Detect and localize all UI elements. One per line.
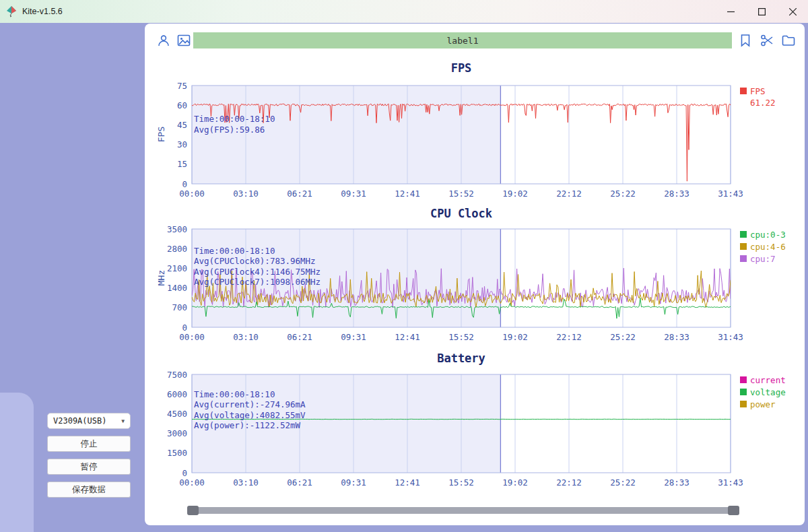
time-range-slider[interactable] bbox=[187, 506, 739, 515]
chevron-down-icon: ▼ bbox=[121, 418, 125, 424]
cpu-chart-plot[interactable]: 3500280021001400700000:0003:1006:2109:31… bbox=[152, 226, 758, 343]
svg-text:Avg(FPS):59.86: Avg(FPS):59.86 bbox=[194, 125, 265, 135]
svg-text:06:21: 06:21 bbox=[287, 332, 312, 342]
legend-label: FPS bbox=[750, 86, 766, 96]
app-background: V2309A(USB) ▼ 停止 暂停 保存数据 label1 bbox=[0, 23, 808, 532]
svg-text:15: 15 bbox=[177, 159, 187, 169]
svg-text:03:10: 03:10 bbox=[233, 189, 259, 199]
minimize-button[interactable] bbox=[715, 0, 746, 23]
maximize-icon bbox=[758, 8, 766, 15]
fps-svg: 7560453015000:0003:1006:2109:3112:4115:5… bbox=[152, 83, 758, 200]
image-icon[interactable] bbox=[177, 34, 191, 47]
svg-text:2800: 2800 bbox=[167, 244, 187, 254]
svg-text:03:10: 03:10 bbox=[233, 477, 259, 488]
svg-text:22:12: 22:12 bbox=[556, 477, 582, 488]
svg-text:03:10: 03:10 bbox=[233, 332, 259, 342]
bookmark-icon[interactable] bbox=[739, 34, 752, 47]
device-controls: V2309A(USB) ▼ 停止 暂停 保存数据 bbox=[47, 413, 131, 498]
user-icon[interactable] bbox=[157, 34, 170, 47]
svg-text:31:43: 31:43 bbox=[718, 332, 743, 342]
svg-text:Time:00:00-18:10: Time:00:00-18:10 bbox=[194, 389, 275, 399]
svg-text:60: 60 bbox=[177, 100, 187, 110]
cpu-clock-svg: 3500280021001400700000:0003:1006:2109:31… bbox=[152, 226, 758, 343]
slider-range[interactable] bbox=[193, 507, 734, 514]
svg-text:2100: 2100 bbox=[167, 263, 187, 273]
save-data-button[interactable]: 保存数据 bbox=[47, 481, 131, 498]
legend-item: current bbox=[740, 375, 803, 385]
svg-text:30: 30 bbox=[177, 139, 187, 149]
legend-label: cpu:7 bbox=[750, 254, 776, 264]
legend-swatch bbox=[740, 376, 747, 383]
pause-button[interactable]: 暂停 bbox=[47, 459, 131, 475]
svg-text:22:12: 22:12 bbox=[556, 332, 582, 342]
cpu-chart-title: CPU Clock bbox=[165, 207, 758, 220]
legend-swatch bbox=[740, 255, 747, 262]
scissors-icon[interactable] bbox=[760, 34, 774, 47]
slider-handle-right[interactable] bbox=[728, 506, 739, 515]
legend-label: cpu:4-6 bbox=[750, 242, 786, 252]
svg-text:Avg(CPUClock0):783.96MHz: Avg(CPUClock0):783.96MHz bbox=[194, 256, 316, 266]
svg-text:09:31: 09:31 bbox=[341, 189, 366, 199]
svg-text:75: 75 bbox=[177, 81, 187, 91]
minimize-icon bbox=[727, 8, 735, 15]
svg-text:25:22: 25:22 bbox=[610, 477, 636, 488]
svg-text:12:41: 12:41 bbox=[395, 189, 420, 199]
legend-label: voltage bbox=[750, 387, 786, 397]
svg-text:Avg(current):-274.96mA: Avg(current):-274.96mA bbox=[194, 399, 306, 409]
close-button[interactable] bbox=[777, 0, 808, 23]
svg-text:Time:00:00-18:10: Time:00:00-18:10 bbox=[194, 246, 275, 256]
svg-text:12:41: 12:41 bbox=[395, 477, 420, 488]
svg-text:28:33: 28:33 bbox=[664, 332, 689, 342]
svg-text:19:02: 19:02 bbox=[502, 477, 528, 488]
svg-text:Time:00:00-18:10: Time:00:00-18:10 bbox=[194, 114, 275, 124]
fps-chart-plot[interactable]: 7560453015000:0003:1006:2109:3112:4115:5… bbox=[152, 83, 758, 200]
legend-item: voltage bbox=[740, 387, 803, 397]
window-title: Kite-v1.5.6 bbox=[22, 7, 63, 16]
svg-text:00:00: 00:00 bbox=[179, 189, 205, 199]
close-icon bbox=[789, 8, 797, 15]
svg-text:09:31: 09:31 bbox=[341, 332, 366, 342]
legend-label: current bbox=[750, 375, 786, 385]
svg-text:700: 700 bbox=[172, 302, 187, 312]
legend-item: cpu:0-3 bbox=[740, 230, 803, 240]
legend-current-value: 61.22 bbox=[750, 98, 803, 108]
svg-text:0: 0 bbox=[182, 323, 187, 333]
svg-text:0: 0 bbox=[182, 179, 187, 189]
device-select[interactable]: V2309A(USB) ▼ bbox=[47, 413, 131, 429]
label-input[interactable]: label1 bbox=[193, 32, 732, 48]
left-dock bbox=[0, 393, 34, 532]
slider-handle-left[interactable] bbox=[187, 506, 199, 515]
svg-text:00:00: 00:00 bbox=[179, 477, 205, 488]
svg-text:12:41: 12:41 bbox=[395, 332, 420, 342]
legend-item: power bbox=[740, 399, 803, 409]
battery-chart-plot[interactable]: 75006000450030001500000:0003:1006:2109:3… bbox=[152, 372, 758, 489]
folder-icon[interactable] bbox=[782, 34, 795, 47]
fps-chart-legend: FPS61.22 bbox=[740, 86, 803, 108]
legend-item: cpu:7 bbox=[740, 254, 803, 264]
svg-text:45: 45 bbox=[177, 120, 187, 130]
cpu-chart-legend: cpu:0-3cpu:4-6cpu:7 bbox=[740, 230, 803, 266]
svg-text:1500: 1500 bbox=[167, 448, 187, 458]
label-input-value: label1 bbox=[447, 36, 479, 46]
svg-text:0: 0 bbox=[182, 468, 187, 478]
battery-chart-legend: currentvoltagepower bbox=[740, 375, 803, 411]
svg-text:Avg(CPUClock7):1098.06MHz: Avg(CPUClock7):1098.06MHz bbox=[194, 277, 321, 287]
svg-text:31:43: 31:43 bbox=[718, 477, 743, 488]
svg-text:19:02: 19:02 bbox=[502, 189, 528, 199]
legend-label: power bbox=[750, 399, 776, 409]
legend-item: FPS bbox=[740, 86, 803, 96]
svg-text:00:00: 00:00 bbox=[179, 332, 205, 342]
svg-text:22:12: 22:12 bbox=[556, 189, 582, 199]
svg-text:15:52: 15:52 bbox=[448, 477, 474, 488]
svg-text:6000: 6000 bbox=[167, 389, 187, 399]
svg-text:15:52: 15:52 bbox=[448, 189, 474, 199]
legend-swatch bbox=[740, 389, 747, 395]
legend-label: cpu:0-3 bbox=[750, 230, 786, 240]
maximize-button[interactable] bbox=[746, 0, 777, 23]
svg-text:09:31: 09:31 bbox=[341, 477, 366, 488]
svg-text:Avg(CPUClock4):1146.75MHz: Avg(CPUClock4):1146.75MHz bbox=[194, 267, 321, 277]
svg-text:3000: 3000 bbox=[167, 428, 187, 438]
legend-swatch bbox=[740, 401, 747, 407]
legend-swatch bbox=[740, 88, 747, 94]
stop-button[interactable]: 停止 bbox=[47, 436, 131, 452]
